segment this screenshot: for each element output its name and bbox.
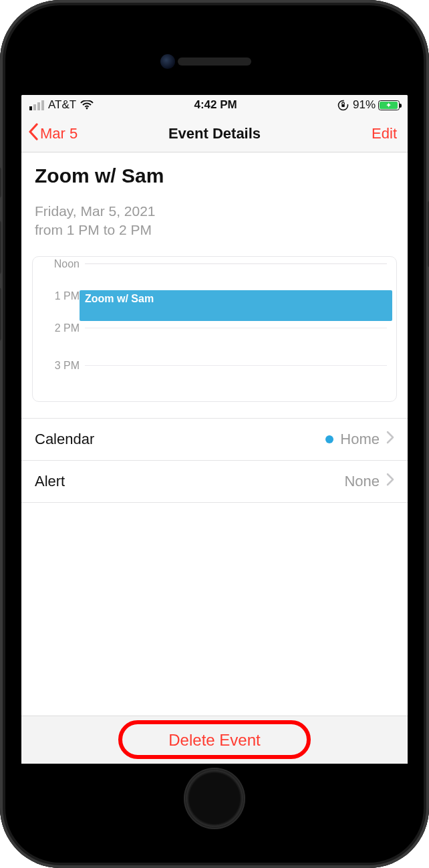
- back-label: Mar 5: [40, 125, 78, 142]
- timeline-label-3pm: 3 PM: [42, 360, 80, 372]
- phone-frame: AT&T 4:42 PM 91% ✦: [0, 0, 429, 868]
- timeline-label-2pm: 2 PM: [42, 322, 80, 334]
- timeline-preview[interactable]: Noon 1 PM 2 PM 3 PM Zoom: [32, 256, 397, 402]
- screen: AT&T 4:42 PM 91% ✦: [21, 95, 408, 764]
- phone-volume-down: [0, 288, 1, 341]
- alert-row-value: None: [344, 473, 380, 490]
- status-time: 4:42 PM: [194, 98, 237, 112]
- svg-rect-2: [341, 104, 345, 107]
- timeline-label-noon: Noon: [42, 258, 80, 270]
- battery-icon: ✦: [378, 100, 400, 110]
- chevron-right-icon: [386, 431, 394, 448]
- back-button[interactable]: Mar 5: [28, 115, 78, 152]
- nav-bar: Mar 5 Event Details Edit: [21, 115, 408, 152]
- alert-row[interactable]: Alert None: [21, 461, 408, 503]
- phone-speaker: [178, 58, 251, 66]
- chevron-left-icon: [28, 123, 39, 144]
- delete-bar: Delete Event: [21, 716, 408, 764]
- svg-point-0: [86, 108, 88, 110]
- page-title: Event Details: [168, 125, 261, 142]
- event-time: from 1 PM to 2 PM: [35, 221, 394, 239]
- event-title: Zoom w/ Sam: [35, 165, 394, 187]
- wifi-icon: [80, 100, 94, 110]
- delete-event-button[interactable]: Delete Event: [168, 731, 260, 750]
- event-datetime: Friday, Mar 5, 2021 from 1 PM to 2 PM: [21, 191, 408, 256]
- calendar-color-dot: [325, 435, 333, 443]
- carrier-label: AT&T: [48, 98, 76, 112]
- detail-list: Calendar Home Alert None: [21, 418, 408, 503]
- calendar-row[interactable]: Calendar Home: [21, 419, 408, 461]
- timeline-event-block[interactable]: Zoom w/ Sam: [80, 290, 392, 321]
- chevron-right-icon: [386, 473, 394, 490]
- timeline-label-1pm: 1 PM: [42, 290, 80, 302]
- phone-front-camera: [160, 54, 175, 69]
- event-date: Friday, Mar 5, 2021: [35, 202, 394, 221]
- content: Zoom w/ Sam Friday, Mar 5, 2021 from 1 P…: [21, 152, 408, 764]
- calendar-row-label: Calendar: [35, 431, 94, 448]
- cell-signal-icon: [29, 100, 44, 110]
- alert-row-label: Alert: [35, 473, 65, 490]
- phone-home-button[interactable]: [184, 768, 245, 829]
- calendar-row-value: Home: [340, 431, 380, 448]
- phone-silence-switch: [0, 167, 1, 198]
- phone-volume-up: [0, 221, 1, 274]
- battery-percentage: 91%: [353, 98, 376, 112]
- status-bar: AT&T 4:42 PM 91% ✦: [21, 95, 408, 115]
- rotation-lock-icon: [337, 100, 349, 111]
- edit-button[interactable]: Edit: [372, 115, 397, 152]
